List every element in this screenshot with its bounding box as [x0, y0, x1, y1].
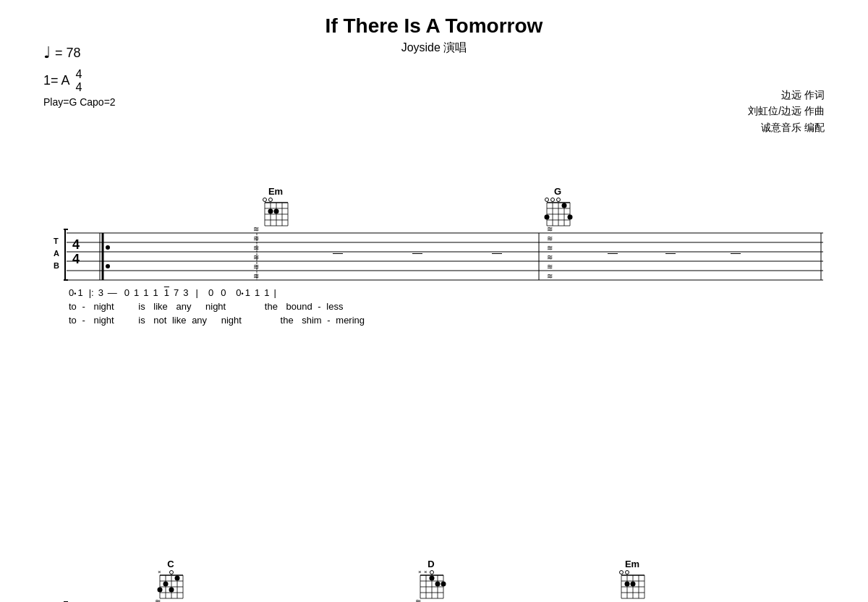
svg-text:≋: ≋	[547, 272, 553, 280]
chord-em-2: Em	[617, 559, 647, 602]
svg-point-29	[568, 215, 573, 220]
svg-point-111	[620, 571, 624, 575]
svg-point-11	[269, 198, 273, 202]
chord-d-2: D × ×	[416, 559, 446, 602]
svg-point-10	[263, 198, 267, 202]
key-line: 1= A 4 4	[43, 68, 116, 93]
svg-text:A: A	[54, 249, 59, 258]
svg-text:≋: ≋	[547, 244, 553, 252]
svg-point-97	[430, 571, 434, 575]
time-bottom: 4	[76, 81, 82, 94]
svg-text:—: —	[412, 247, 422, 258]
lyrics-1b: to - night is not like any night the shi…	[43, 315, 825, 326]
page: If There Is A Tomorrow Joyside 演唱 ♩ = 78…	[0, 0, 868, 602]
svg-text:—: —	[608, 247, 618, 258]
svg-text:×: ×	[158, 569, 161, 575]
svg-point-12	[268, 209, 273, 214]
svg-point-46	[106, 245, 110, 250]
lyricist-credit: 边远 作词	[748, 87, 825, 103]
svg-point-13	[274, 209, 279, 214]
section2: C ×	[43, 559, 825, 602]
chord-em-label: Em	[260, 186, 291, 197]
svg-point-27	[545, 215, 550, 220]
svg-point-80	[170, 571, 174, 575]
svg-text:≋: ≋	[547, 234, 553, 242]
svg-point-82	[163, 582, 169, 587]
svg-point-112	[626, 571, 629, 575]
svg-text:≋: ≋	[415, 598, 421, 602]
svg-text:≋: ≋	[253, 244, 259, 252]
svg-text:—: —	[731, 247, 741, 258]
composer-credit: 刘虹位/边远 作曲	[748, 103, 825, 119]
svg-point-113	[625, 582, 630, 587]
svg-text:≋: ≋	[253, 226, 259, 233]
svg-point-25	[551, 198, 555, 202]
svg-text:—: —	[492, 247, 502, 258]
chord-c-diagram: ×	[156, 569, 186, 602]
lyrics-1a: to - night is like any night the bound -…	[43, 301, 825, 312]
svg-text:×: ×	[418, 569, 422, 575]
meta-left: ♩ = 78 1= A 4 4 Play=G Capo=2	[43, 43, 116, 108]
capo-text: Play=G Capo=2	[43, 96, 116, 108]
svg-point-47	[106, 264, 110, 268]
svg-point-84	[158, 588, 163, 593]
song-artist: Joyside 演唱	[43, 41, 825, 56]
tab-numbers-1: 0• 1 |: 3 — 0 1 1 1 1 7 3 | 0 0 0• 1 1 1…	[43, 287, 825, 298]
time-top: 4	[76, 68, 82, 81]
svg-text:4: 4	[72, 237, 80, 252]
svg-text:4: 4	[72, 252, 80, 266]
svg-text:≋: ≋	[547, 253, 553, 261]
svg-text:≋: ≋	[253, 253, 259, 261]
arranger-credit: 诚意音乐 编配	[748, 119, 825, 135]
tab-staff-2: T A B ≋ ≋ ≋ ≋ ≋ ≋ — — — ≋ ≋ ≋ ≋	[43, 598, 825, 602]
svg-text:≋: ≋	[253, 263, 259, 271]
meta-right: 边远 作词 刘虹位/边远 作曲 诚意音乐 编配	[748, 87, 825, 135]
svg-text:≋: ≋	[155, 598, 161, 602]
title-section: If There Is A Tomorrow Joyside 演唱	[43, 14, 825, 56]
key-text: 1= A	[43, 73, 70, 88]
chord-d-diagram: × ×	[416, 569, 446, 602]
chord-g-label: G	[542, 186, 573, 197]
svg-text:B: B	[54, 261, 59, 270]
svg-text:≋: ≋	[547, 263, 553, 271]
svg-point-114	[631, 582, 636, 587]
svg-text:×: ×	[424, 569, 427, 575]
chord-em-2-diagram	[617, 569, 647, 602]
svg-point-98	[430, 576, 435, 581]
svg-point-24	[545, 198, 549, 202]
song-title: If There Is A Tomorrow	[43, 14, 825, 38]
section1: Em	[43, 186, 825, 276]
svg-text:T: T	[54, 237, 59, 245]
svg-point-83	[169, 588, 174, 593]
svg-point-28	[562, 203, 567, 208]
tempo-value: = 78	[55, 46, 81, 61]
svg-point-99	[435, 582, 441, 587]
svg-text:≋: ≋	[253, 234, 259, 242]
svg-text:≋: ≋	[547, 226, 553, 233]
svg-point-26	[557, 198, 561, 202]
tempo-line: ♩ = 78	[43, 43, 116, 62]
tab-staff-1: T A B 4 4 ≋ ≋ ≋ ≋	[43, 226, 825, 284]
chord-c-2: C ×	[156, 559, 186, 602]
svg-point-81	[175, 576, 180, 581]
note-icon: ♩	[43, 43, 51, 62]
svg-text:—: —	[333, 247, 343, 258]
svg-text:≋: ≋	[253, 272, 259, 280]
time-signature: 4 4	[76, 68, 82, 93]
svg-text:—: —	[665, 247, 676, 258]
svg-point-100	[441, 582, 446, 587]
